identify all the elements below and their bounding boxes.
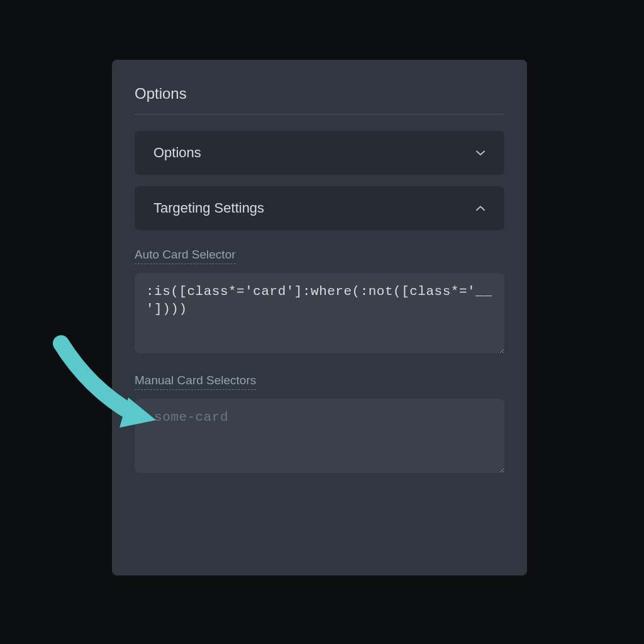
- options-panel: Options Options Targeting Settings Auto …: [112, 60, 527, 575]
- manual-card-selectors-group: Manual Card Selectors: [135, 374, 504, 475]
- accordion-targeting[interactable]: Targeting Settings: [135, 186, 504, 230]
- chevron-up-icon: [475, 203, 486, 213]
- manual-card-selectors-input[interactable]: [135, 399, 504, 473]
- accordion-options-label: Options: [153, 145, 201, 161]
- accordion-targeting-header[interactable]: Targeting Settings: [135, 186, 504, 230]
- manual-card-selectors-label: Manual Card Selectors: [135, 374, 256, 390]
- accordion-targeting-label: Targeting Settings: [153, 200, 264, 216]
- accordion-options[interactable]: Options: [135, 131, 504, 175]
- panel-title: Options: [135, 85, 504, 114]
- chevron-down-icon: [475, 148, 486, 158]
- auto-card-selector-input[interactable]: :is([class*='card']:where(:not([class*='…: [135, 273, 504, 353]
- accordion-options-header[interactable]: Options: [135, 131, 504, 175]
- auto-card-selector-group: Auto Card Selector :is([class*='card']:w…: [135, 248, 504, 356]
- auto-card-selector-label: Auto Card Selector: [135, 248, 236, 264]
